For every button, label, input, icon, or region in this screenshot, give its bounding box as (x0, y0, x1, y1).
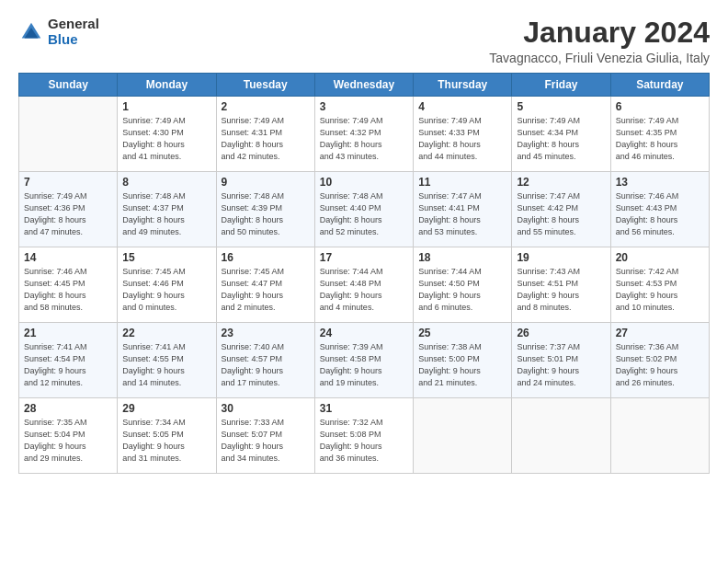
day-number: 19 (517, 251, 605, 264)
day-number: 10 (320, 176, 408, 189)
week-row-2: 7Sunrise: 7:49 AM Sunset: 4:36 PM Daylig… (19, 172, 710, 247)
calendar-cell: 8Sunrise: 7:48 AM Sunset: 4:37 PM Daylig… (118, 172, 216, 247)
day-info: Sunrise: 7:46 AM Sunset: 4:45 PM Dayligh… (24, 266, 112, 314)
calendar-cell: 27Sunrise: 7:36 AM Sunset: 5:02 PM Dayli… (610, 323, 709, 398)
day-number: 28 (24, 402, 112, 415)
day-info: Sunrise: 7:49 AM Sunset: 4:30 PM Dayligh… (122, 115, 210, 163)
week-row-3: 14Sunrise: 7:46 AM Sunset: 4:45 PM Dayli… (19, 247, 710, 323)
calendar-cell: 31Sunrise: 7:32 AM Sunset: 5:08 PM Dayli… (314, 398, 413, 474)
calendar-cell: 21Sunrise: 7:41 AM Sunset: 4:54 PM Dayli… (19, 323, 118, 398)
day-number: 23 (222, 327, 310, 339)
calendar-cell: 22Sunrise: 7:41 AM Sunset: 4:55 PM Dayli… (118, 323, 216, 398)
day-number: 15 (122, 251, 210, 264)
calendar-cell: 2Sunrise: 7:49 AM Sunset: 4:31 PM Daylig… (216, 97, 314, 172)
week-row-5: 28Sunrise: 7:35 AM Sunset: 5:04 PM Dayli… (19, 398, 710, 474)
calendar-cell: 17Sunrise: 7:44 AM Sunset: 4:48 PM Dayli… (314, 247, 413, 323)
calendar-cell: 26Sunrise: 7:37 AM Sunset: 5:01 PM Dayli… (512, 323, 610, 398)
calendar-table: Sunday Monday Tuesday Wednesday Thursday… (18, 73, 710, 474)
col-sunday: Sunday (19, 74, 118, 97)
day-info: Sunrise: 7:37 AM Sunset: 5:01 PM Dayligh… (517, 341, 605, 389)
calendar-cell: 9Sunrise: 7:48 AM Sunset: 4:39 PM Daylig… (216, 172, 314, 247)
calendar-cell: 19Sunrise: 7:43 AM Sunset: 4:51 PM Dayli… (512, 247, 610, 323)
day-number: 13 (616, 176, 704, 189)
calendar-cell: 24Sunrise: 7:39 AM Sunset: 4:58 PM Dayli… (314, 323, 413, 398)
day-number: 8 (122, 176, 210, 189)
day-info: Sunrise: 7:40 AM Sunset: 4:57 PM Dayligh… (222, 341, 310, 389)
day-number: 2 (222, 100, 310, 113)
day-info: Sunrise: 7:49 AM Sunset: 4:33 PM Dayligh… (418, 115, 506, 163)
day-number: 9 (222, 176, 310, 189)
calendar-cell: 29Sunrise: 7:34 AM Sunset: 5:05 PM Dayli… (118, 398, 216, 474)
col-tuesday: Tuesday (216, 74, 314, 97)
day-number: 22 (122, 327, 210, 339)
day-info: Sunrise: 7:35 AM Sunset: 5:04 PM Dayligh… (24, 417, 112, 465)
day-info: Sunrise: 7:38 AM Sunset: 5:00 PM Dayligh… (418, 341, 506, 389)
logo: General Blue (18, 17, 99, 47)
day-info: Sunrise: 7:33 AM Sunset: 5:07 PM Dayligh… (222, 417, 310, 465)
title-block: January 2024 Tavagnacco, Friuli Venezia … (489, 17, 710, 65)
day-number: 16 (222, 251, 310, 264)
day-number: 3 (320, 100, 408, 113)
day-number: 4 (418, 100, 506, 113)
col-saturday: Saturday (610, 74, 709, 97)
day-number: 27 (616, 327, 704, 339)
day-info: Sunrise: 7:48 AM Sunset: 4:40 PM Dayligh… (320, 190, 408, 238)
day-number: 26 (517, 327, 605, 339)
logo-text: General Blue (48, 17, 99, 47)
day-number: 31 (320, 402, 408, 415)
calendar-cell: 5Sunrise: 7:49 AM Sunset: 4:34 PM Daylig… (512, 97, 610, 172)
day-number: 5 (517, 100, 605, 113)
day-number: 30 (222, 402, 310, 415)
day-info: Sunrise: 7:49 AM Sunset: 4:35 PM Dayligh… (616, 115, 704, 163)
calendar-header: Sunday Monday Tuesday Wednesday Thursday… (19, 74, 710, 97)
calendar-cell: 25Sunrise: 7:38 AM Sunset: 5:00 PM Dayli… (414, 323, 512, 398)
day-info: Sunrise: 7:32 AM Sunset: 5:08 PM Dayligh… (320, 417, 408, 465)
logo-icon (18, 19, 44, 45)
col-wednesday: Wednesday (314, 74, 413, 97)
calendar-cell (414, 398, 512, 474)
calendar-cell: 16Sunrise: 7:45 AM Sunset: 4:47 PM Dayli… (216, 247, 314, 323)
calendar-cell: 12Sunrise: 7:47 AM Sunset: 4:42 PM Dayli… (512, 172, 610, 247)
day-number: 11 (418, 176, 506, 189)
calendar-cell: 6Sunrise: 7:49 AM Sunset: 4:35 PM Daylig… (610, 97, 709, 172)
calendar-cell: 7Sunrise: 7:49 AM Sunset: 4:36 PM Daylig… (19, 172, 118, 247)
day-info: Sunrise: 7:49 AM Sunset: 4:34 PM Dayligh… (517, 115, 605, 163)
day-number: 24 (320, 327, 408, 339)
day-info: Sunrise: 7:48 AM Sunset: 4:39 PM Dayligh… (222, 190, 310, 238)
calendar-cell: 3Sunrise: 7:49 AM Sunset: 4:32 PM Daylig… (314, 97, 413, 172)
day-number: 12 (517, 176, 605, 189)
day-number: 1 (122, 100, 210, 113)
day-info: Sunrise: 7:36 AM Sunset: 5:02 PM Dayligh… (616, 341, 704, 389)
day-number: 20 (616, 251, 704, 264)
day-number: 6 (616, 100, 704, 113)
day-info: Sunrise: 7:42 AM Sunset: 4:53 PM Dayligh… (616, 266, 704, 314)
day-number: 25 (418, 327, 506, 339)
logo-blue: Blue (48, 32, 99, 48)
day-info: Sunrise: 7:39 AM Sunset: 4:58 PM Dayligh… (320, 341, 408, 389)
day-number: 21 (24, 327, 112, 339)
logo-general: General (48, 17, 99, 32)
calendar-cell: 14Sunrise: 7:46 AM Sunset: 4:45 PM Dayli… (19, 247, 118, 323)
col-thursday: Thursday (414, 74, 512, 97)
day-info: Sunrise: 7:45 AM Sunset: 4:46 PM Dayligh… (122, 266, 210, 314)
day-number: 7 (24, 176, 112, 189)
calendar-cell: 28Sunrise: 7:35 AM Sunset: 5:04 PM Dayli… (19, 398, 118, 474)
calendar-cell: 1Sunrise: 7:49 AM Sunset: 4:30 PM Daylig… (118, 97, 216, 172)
day-info: Sunrise: 7:49 AM Sunset: 4:32 PM Dayligh… (320, 115, 408, 163)
day-info: Sunrise: 7:41 AM Sunset: 4:55 PM Dayligh… (122, 341, 210, 389)
calendar-cell: 4Sunrise: 7:49 AM Sunset: 4:33 PM Daylig… (414, 97, 512, 172)
day-info: Sunrise: 7:44 AM Sunset: 4:48 PM Dayligh… (320, 266, 408, 314)
day-info: Sunrise: 7:34 AM Sunset: 5:05 PM Dayligh… (122, 417, 210, 465)
calendar-title: January 2024 (489, 17, 710, 49)
calendar-cell: 20Sunrise: 7:42 AM Sunset: 4:53 PM Dayli… (610, 247, 709, 323)
calendar-cell: 15Sunrise: 7:45 AM Sunset: 4:46 PM Dayli… (118, 247, 216, 323)
day-info: Sunrise: 7:44 AM Sunset: 4:50 PM Dayligh… (418, 266, 506, 314)
day-info: Sunrise: 7:46 AM Sunset: 4:43 PM Dayligh… (616, 190, 704, 238)
calendar-cell: 13Sunrise: 7:46 AM Sunset: 4:43 PM Dayli… (610, 172, 709, 247)
day-info: Sunrise: 7:47 AM Sunset: 4:42 PM Dayligh… (517, 190, 605, 238)
calendar-body: 1Sunrise: 7:49 AM Sunset: 4:30 PM Daylig… (19, 97, 710, 474)
day-number: 18 (418, 251, 506, 264)
header-row: Sunday Monday Tuesday Wednesday Thursday… (19, 74, 710, 97)
col-friday: Friday (512, 74, 610, 97)
day-number: 17 (320, 251, 408, 264)
